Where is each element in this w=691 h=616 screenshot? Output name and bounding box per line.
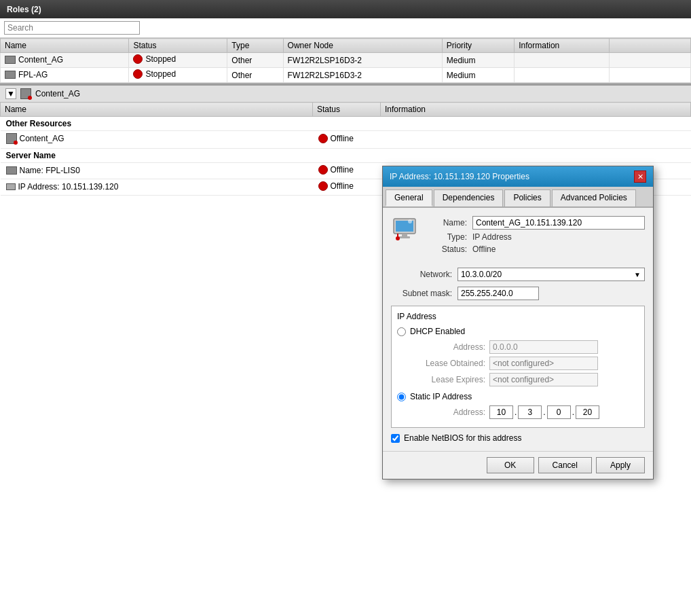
svg-rect-3 — [399, 236, 410, 238]
ip-address-section: IP Address DHCP Enabled Address: Lease O… — [391, 306, 645, 428]
row-name: Content_AG — [1, 53, 129, 68]
dhcp-radio[interactable] — [397, 327, 406, 336]
bottom-section-title: Content_AG — [35, 89, 80, 98]
row-status: Stopped — [129, 53, 227, 68]
row-owner: FW12R2LSP16D3-2 — [283, 68, 442, 83]
apply-button[interactable]: Apply — [596, 457, 645, 473]
name-input[interactable] — [472, 216, 645, 230]
offline-icon — [318, 181, 328, 191]
server-icon: Name: FPL-LIS0 — [6, 166, 80, 175]
dialog-title: IP Address: 10.151.139.120 Properties — [390, 172, 529, 181]
search-bar — [0, 18, 691, 38]
roles-table-container: Name Status Type Owner Node Priority Inf… — [0, 38, 691, 84]
tab-advanced-policies[interactable]: Advanced Policies — [552, 189, 636, 206]
col-status: Status — [129, 39, 227, 53]
server-img — [5, 56, 16, 64]
tab-policies[interactable]: Policies — [504, 189, 550, 206]
status-icon: Offline — [318, 181, 354, 191]
server-icon: FPL-AG — [5, 70, 48, 79]
static-ip-fields: Address: . . . — [411, 405, 639, 419]
ok-button[interactable]: OK — [487, 457, 534, 473]
row-info — [515, 53, 610, 68]
server-status: Offline — [313, 163, 381, 179]
ip-dot-3: . — [572, 407, 574, 417]
server-name-header: Server Name — [1, 149, 691, 163]
static-address-label: Address: — [411, 407, 485, 417]
netbios-row: Enable NetBIOS for this address — [391, 433, 645, 443]
status-label: Status: — [426, 244, 467, 254]
dhcp-address-input — [489, 340, 598, 354]
type-field-row: Type: IP Address — [426, 232, 645, 242]
type-label: Type: — [426, 232, 467, 242]
title-label: Roles (2) — [7, 5, 41, 14]
name-fields: Name: Type: IP Address Status: Offline — [426, 216, 645, 257]
tab-general[interactable]: General — [386, 189, 432, 206]
network-dropdown-wrapper: 10.3.0.0/20 — [457, 268, 645, 281]
status-icon: Offline — [318, 165, 354, 175]
subnet-input[interactable] — [457, 287, 539, 300]
expand-arrow[interactable]: ▼ — [5, 88, 16, 99]
server-img — [6, 166, 17, 175]
resource-status: Offline — [313, 131, 381, 149]
name-label: Name: — [426, 218, 467, 228]
type-value: IP Address — [472, 232, 645, 242]
ip-img — [6, 183, 16, 190]
row-priority: Medium — [442, 53, 515, 68]
other-resources-header: Other Resources — [1, 117, 691, 131]
dhcp-radio-row: DHCP Enabled — [397, 327, 639, 336]
netbios-checkbox[interactable] — [391, 434, 400, 443]
svg-point-4 — [408, 219, 412, 223]
network-row: Network: 10.3.0.0/20 — [391, 268, 645, 281]
status-icon: Offline — [318, 134, 354, 143]
ip-segment-2[interactable] — [518, 405, 542, 419]
ip-dot-1: . — [515, 407, 517, 417]
ip-segment-3[interactable] — [547, 405, 571, 419]
cancel-button[interactable]: Cancel — [538, 457, 592, 473]
status-value: Offline — [472, 244, 645, 254]
bottom-col-status: Status — [313, 103, 381, 117]
dialog-content: Name: Type: IP Address Status: Offline N… — [383, 208, 653, 451]
tab-dependencies[interactable]: Dependencies — [434, 189, 504, 206]
stopped-icon — [133, 54, 143, 64]
status-icon: Stopped — [133, 69, 176, 79]
row-type: Other — [227, 53, 283, 68]
bottom-title-bar: ▼ Content_AG — [0, 84, 691, 102]
network-label: Network: — [391, 270, 452, 279]
table-row[interactable]: Content_AG Stopped Other FW12R2LSP16D3-2… — [1, 53, 691, 68]
static-ip-radio[interactable] — [397, 393, 406, 401]
ip-segment-4[interactable] — [576, 405, 599, 419]
svg-rect-2 — [402, 234, 407, 236]
lease-expires-input — [489, 373, 598, 386]
table-row[interactable]: FPL-AG Stopped Other FW12R2LSP16D3-2 Med… — [1, 68, 691, 83]
row-extra — [610, 68, 691, 83]
static-ip-address: . . . — [489, 405, 599, 419]
section-header-row: Other Resources — [1, 117, 691, 131]
stopped-icon — [133, 69, 143, 79]
resource-info — [381, 131, 691, 149]
row-type: Other — [227, 68, 283, 83]
roles-table: Name Status Type Owner Node Priority Inf… — [0, 38, 691, 83]
subnet-row: Subnet mask: — [391, 287, 645, 300]
ip-status: Offline — [313, 179, 381, 196]
network-dropdown[interactable]: 10.3.0.0/20 — [457, 268, 645, 281]
lease-expires-label: Lease Expires: — [411, 375, 485, 384]
dialog-buttons: OK Cancel Apply — [383, 451, 653, 479]
ip-section-title: IP Address — [397, 312, 639, 321]
network-svg — [392, 217, 417, 242]
table-row[interactable]: Content_AG Offline — [1, 131, 691, 149]
search-input[interactable] — [4, 21, 140, 35]
static-ip-label: Static IP Address — [410, 392, 472, 401]
subnet-label: Subnet mask: — [391, 289, 452, 298]
col-type: Type — [227, 39, 283, 53]
title-bar: Roles (2) — [0, 0, 691, 18]
dialog-close-button[interactable]: ✕ — [634, 170, 646, 183]
ip-properties-dialog: IP Address: 10.151.139.120 Properties ✕ … — [382, 166, 654, 479]
ip-segment-1[interactable] — [489, 405, 513, 419]
dhcp-address-label: Address: — [411, 342, 485, 352]
resource-name: Content_AG — [1, 131, 313, 149]
server-icon: Content_AG — [5, 55, 63, 65]
resource-img — [6, 133, 17, 144]
row-name: FPL-AG — [1, 68, 129, 83]
row-priority: Medium — [442, 68, 515, 83]
section-header-row: Server Name — [1, 149, 691, 163]
